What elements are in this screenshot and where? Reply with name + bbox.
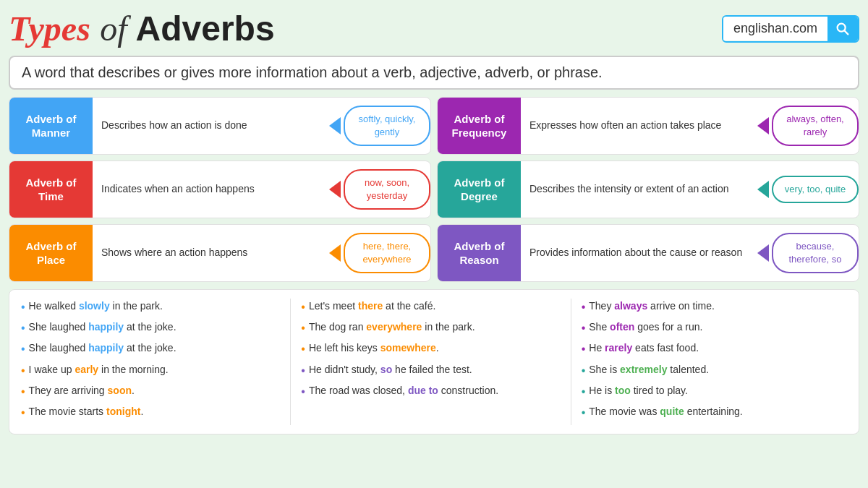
- bullet-8: •: [301, 320, 305, 337]
- title-types: Types: [9, 9, 90, 48]
- example-freq-3: • He rarely eats fast food.: [582, 341, 847, 358]
- bullet-1: •: [21, 299, 25, 316]
- highlight-soon: soon: [108, 385, 132, 396]
- card-time: Adverb ofTime Indicates when an action h…: [9, 160, 431, 218]
- card-time-desc: Indicates when an action happens: [93, 161, 329, 218]
- bullet-16: •: [582, 383, 586, 401]
- bullet-12: •: [582, 299, 586, 316]
- definition-text: A word that describes or gives more info…: [22, 64, 603, 80]
- card-reason: Adverb ofReason Provides information abo…: [437, 224, 859, 282]
- card-manner-bubble: softly, quickly, gently: [344, 106, 430, 146]
- card-degree-label: Adverb ofDegree: [438, 161, 521, 218]
- header: Types of Adverbs englishan.com: [9, 9, 859, 48]
- bullet-13: •: [582, 320, 586, 337]
- highlight-rarely: rarely: [605, 342, 632, 354]
- bullet-14: •: [582, 341, 586, 358]
- example-place-2: • The dog ran everywhere in the park.: [301, 320, 566, 337]
- card-degree-bubble: very, too, quite: [772, 176, 859, 203]
- example-degree-3: • The movie was quite entertaining.: [582, 404, 847, 421]
- example-place-1: • Let's meet there at the café.: [301, 299, 566, 316]
- example-col-1: • He walked slowly in the park. • She la…: [17, 299, 291, 425]
- highlight-happily-1: happily: [88, 321, 124, 333]
- highlight-somewhere: somewhere: [380, 342, 436, 354]
- card-degree: Adverb ofDegree Describes the intensity …: [437, 160, 859, 218]
- example-col-3: • They always arrive on time. • She ofte…: [577, 299, 851, 425]
- card-time-bubble: now, soon, yesterday: [344, 169, 430, 210]
- card-frequency-label: Adverb ofFrequency: [438, 98, 521, 154]
- examples-section: • He walked slowly in the park. • She la…: [9, 289, 859, 435]
- example-col-2: • Let's meet there at the café. • The do…: [297, 299, 571, 425]
- card-time-example-wrap: now, soon, yesterday: [329, 161, 430, 218]
- example-time-1: • I wake up early in the morning.: [21, 362, 286, 380]
- bullet-3: •: [21, 341, 25, 358]
- example-time-2: • They are arriving soon.: [21, 383, 286, 401]
- card-reason-example-wrap: because, therefore, so: [757, 225, 859, 281]
- bullet-2: •: [21, 320, 25, 337]
- cards-grid: Adverb ofManner Describes how an action …: [9, 97, 859, 282]
- highlight-always: always: [614, 300, 647, 312]
- search-button[interactable]: [827, 17, 858, 41]
- card-reason-label: Adverb ofReason: [438, 225, 521, 281]
- bullet-17: •: [582, 404, 586, 421]
- bullet-10: •: [301, 362, 305, 380]
- search-icon: [835, 21, 851, 37]
- highlight-everywhere: everywhere: [366, 321, 422, 333]
- card-manner-label: Adverb ofManner: [9, 98, 93, 154]
- example-reason-2: • The road was closed, due to constructi…: [301, 383, 566, 401]
- bullet-4: •: [21, 362, 25, 380]
- highlight-often: often: [610, 321, 634, 333]
- highlight-there: there: [358, 300, 383, 312]
- card-manner-example-wrap: softly, quickly, gently: [329, 98, 430, 154]
- svg-line-1: [844, 30, 848, 34]
- bullet-7: •: [301, 299, 305, 316]
- website-label: englishan.com: [723, 17, 827, 40]
- card-degree-example-wrap: very, too, quite: [757, 161, 859, 218]
- card-reason-desc: Provides information about the cause or …: [521, 225, 757, 281]
- highlight-early: early: [75, 364, 98, 375]
- highlight-slowly: slowly: [79, 300, 110, 312]
- card-place-desc: Shows where an action happens: [93, 225, 329, 281]
- card-manner-arrow: [329, 117, 341, 134]
- bullet-6: •: [21, 404, 25, 421]
- card-frequency-example-wrap: always, often, rarely: [757, 98, 859, 154]
- card-time-arrow: [329, 181, 341, 198]
- example-manner-1: • He walked slowly in the park.: [21, 299, 286, 316]
- bullet-5: •: [21, 383, 25, 401]
- highlight-so: so: [380, 364, 392, 375]
- page-title: Types of Adverbs: [9, 9, 275, 48]
- website-box: englishan.com: [722, 15, 859, 43]
- card-frequency: Adverb ofFrequency Expresses how often a…: [437, 97, 859, 155]
- card-place-bubble: here, there, everywhere: [344, 233, 430, 273]
- example-degree-1: • She is extremely talented.: [582, 362, 847, 380]
- example-freq-1: • They always arrive on time.: [582, 299, 847, 316]
- highlight-too: too: [615, 385, 631, 396]
- bullet-11: •: [301, 383, 305, 401]
- card-place-label: Adverb ofPlace: [9, 225, 93, 281]
- card-frequency-arrow: [757, 117, 769, 134]
- bullet-15: •: [582, 362, 586, 380]
- card-place-example-wrap: here, there, everywhere: [329, 225, 430, 281]
- example-time-3: • The movie starts tonight.: [21, 404, 286, 421]
- example-freq-2: • She often goes for a run.: [582, 320, 847, 337]
- card-manner-desc: Describes how an action is done: [93, 98, 329, 154]
- card-time-label: Adverb ofTime: [9, 161, 93, 218]
- example-degree-2: • He is too tired to play.: [582, 383, 847, 401]
- card-place-arrow: [329, 244, 341, 262]
- highlight-due-to: due to: [408, 385, 438, 396]
- bullet-9: •: [301, 341, 305, 358]
- card-degree-arrow: [757, 181, 769, 198]
- highlight-quite: quite: [660, 406, 684, 417]
- title-adverbs: Adverbs: [136, 9, 275, 48]
- card-manner: Adverb ofManner Describes how an action …: [9, 97, 431, 155]
- highlight-extremely: extremely: [620, 364, 667, 375]
- example-reason-1: • He didn't study, so he failed the test…: [301, 362, 566, 380]
- card-frequency-desc: Expresses how often an action takes plac…: [521, 98, 757, 154]
- highlight-tonight: tonight: [106, 406, 140, 417]
- example-manner-3: • She laughed happily at the joke.: [21, 341, 286, 358]
- card-frequency-bubble: always, often, rarely: [772, 106, 859, 146]
- highlight-happily-2: happily: [88, 342, 124, 354]
- card-degree-desc: Describes the intensity or extent of an …: [521, 161, 757, 218]
- definition-box: A word that describes or gives more info…: [9, 56, 859, 90]
- card-reason-arrow: [757, 244, 769, 262]
- card-place: Adverb ofPlace Shows where an action hap…: [9, 224, 431, 282]
